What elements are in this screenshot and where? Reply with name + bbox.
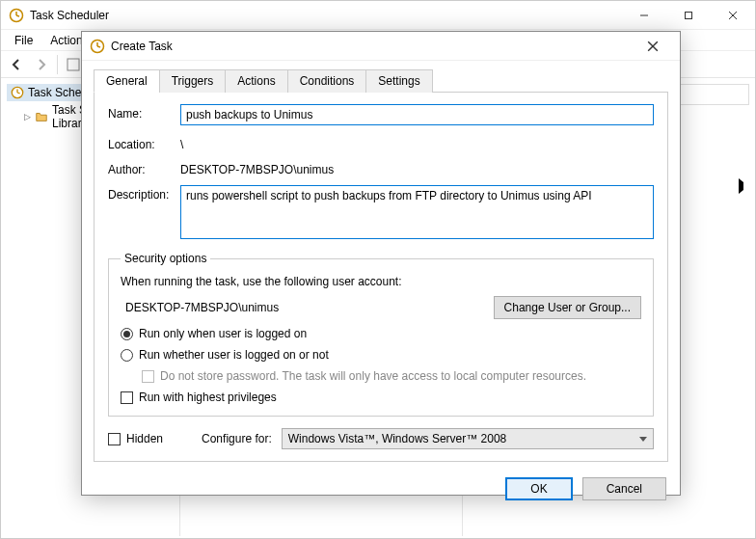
author-label: Author:	[108, 160, 180, 176]
toolbar-separator	[57, 55, 58, 74]
general-bottom-row: Hidden Configure for: Windows Vista™, Wi…	[108, 428, 654, 449]
highest-privileges-check[interactable]: Run with highest privileges	[121, 391, 641, 404]
store-password-check: Do not store password. The task will onl…	[121, 369, 641, 383]
name-label: Name:	[108, 104, 180, 121]
security-user: DESKTOP-7MBSPJO\unimus	[121, 298, 486, 317]
description-label: Description:	[108, 185, 180, 202]
task-scheduler-icon	[11, 86, 24, 99]
chevron-right-icon[interactable]	[739, 178, 747, 194]
author-value: DESKTOP-7MBSPJO\unimus	[180, 160, 654, 179]
checkbox-icon	[142, 370, 154, 383]
checkbox-icon	[108, 433, 121, 445]
security-heading: When running the task, use the following…	[121, 275, 641, 288]
expand-icon: ▷	[24, 112, 31, 121]
dialog-tabs: General Triggers Actions Conditions Sett…	[94, 68, 668, 93]
svg-rect-7	[68, 59, 79, 70]
tab-actions[interactable]: Actions	[225, 69, 287, 93]
radio-not-logged-label: Run whether user is logged on or not	[139, 348, 329, 362]
back-button[interactable]	[5, 53, 28, 76]
folder-icon	[35, 110, 48, 123]
dialog-titlebar: Create Task	[82, 32, 680, 61]
forward-button[interactable]	[30, 53, 53, 76]
menu-file[interactable]: File	[7, 32, 40, 49]
cancel-button[interactable]: Cancel	[582, 477, 666, 500]
dialog-body: General Triggers Actions Conditions Sett…	[82, 61, 680, 468]
maximize-button[interactable]	[666, 1, 711, 30]
ok-button[interactable]: OK	[505, 477, 572, 500]
radio-logged-on-label: Run only when user is logged on	[139, 327, 307, 340]
location-value: \	[180, 135, 654, 154]
svg-rect-4	[686, 12, 692, 18]
highest-privileges-label: Run with highest privileges	[139, 391, 277, 404]
svg-line-2	[16, 15, 19, 16]
dialog-button-row: OK Cancel	[82, 468, 680, 510]
checkbox-icon	[121, 391, 133, 404]
description-input[interactable]	[180, 185, 654, 239]
configure-for-select[interactable]: Windows Vista™, Windows Server™ 2008	[282, 428, 654, 449]
tab-general[interactable]: General	[94, 69, 160, 93]
tab-conditions[interactable]: Conditions	[287, 69, 367, 93]
radio-logged-on[interactable]: Run only when user is logged on	[121, 327, 641, 340]
main-title: Task Scheduler	[30, 9, 622, 22]
svg-line-11	[17, 93, 20, 94]
tab-settings[interactable]: Settings	[365, 69, 432, 93]
name-input[interactable]	[180, 104, 654, 125]
security-legend: Security options	[121, 252, 210, 265]
configure-for-value: Windows Vista™, Windows Server™ 2008	[288, 432, 507, 445]
radio-not-logged[interactable]: Run whether user is logged on or not	[121, 348, 641, 362]
dialog-close-button[interactable]	[634, 32, 672, 61]
close-button[interactable]	[711, 1, 755, 30]
change-user-button[interactable]: Change User or Group...	[494, 296, 641, 319]
task-scheduler-icon	[9, 8, 24, 23]
security-options-group: Security options When running the task, …	[108, 252, 654, 417]
tab-triggers[interactable]: Triggers	[159, 69, 227, 93]
window-controls	[622, 1, 755, 30]
minimize-button[interactable]	[622, 1, 666, 30]
tab-panel-general: Name: Location: \ Author: DESKTOP-7MBSPJ…	[94, 93, 668, 462]
dialog-title: Create Task	[111, 40, 634, 53]
store-password-label: Do not store password. The task will onl…	[160, 369, 586, 383]
task-scheduler-icon	[90, 39, 105, 54]
hidden-label: Hidden	[126, 432, 163, 445]
svg-line-14	[97, 46, 100, 47]
create-task-dialog: Create Task General Triggers Actions Con…	[81, 31, 681, 496]
location-label: Location:	[108, 135, 180, 151]
main-titlebar: Task Scheduler	[1, 1, 755, 30]
radio-icon	[121, 349, 133, 362]
radio-icon	[121, 328, 133, 340]
chevron-down-icon	[639, 437, 647, 442]
configure-for-label: Configure for:	[202, 432, 272, 445]
hidden-check[interactable]: Hidden	[108, 432, 163, 445]
